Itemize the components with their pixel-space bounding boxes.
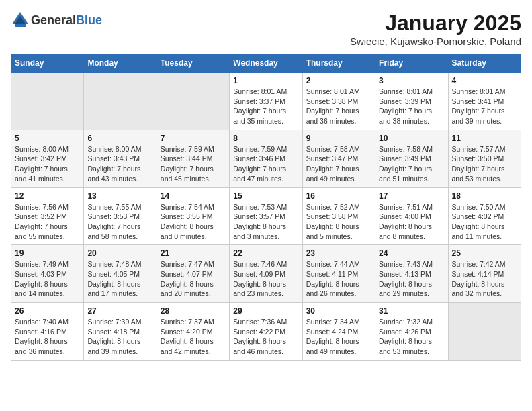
calendar-cell: 16 Sunrise: 7:52 AMSunset: 3:58 PMDaylig…: [302, 187, 375, 245]
day-number: 6: [87, 134, 152, 143]
day-number: 5: [15, 134, 80, 143]
day-info: Sunrise: 7:53 AMSunset: 3:57 PMDaylight:…: [233, 203, 287, 240]
calendar-cell: 27 Sunrise: 7:39 AMSunset: 4:18 PMDaylig…: [84, 303, 157, 361]
day-number: 11: [452, 134, 517, 143]
day-number: 31: [379, 306, 444, 316]
day-number: 15: [233, 191, 298, 201]
day-info: Sunrise: 8:00 AMSunset: 3:42 PMDaylight:…: [15, 145, 69, 183]
day-number: 14: [161, 191, 226, 201]
day-number: 1: [233, 76, 298, 85]
day-number: 19: [15, 248, 80, 258]
day-info: Sunrise: 8:00 AMSunset: 3:43 PMDaylight:…: [87, 145, 141, 183]
calendar-week-3: 12 Sunrise: 7:56 AMSunset: 3:52 PMDaylig…: [11, 187, 521, 245]
day-info: Sunrise: 7:47 AMSunset: 4:07 PMDaylight:…: [161, 260, 214, 298]
day-info: Sunrise: 7:37 AMSunset: 4:20 PMDaylight:…: [161, 318, 214, 355]
calendar-cell: 19 Sunrise: 7:49 AMSunset: 4:03 PMDaylig…: [11, 245, 84, 303]
calendar-week-5: 26 Sunrise: 7:40 AMSunset: 4:16 PMDaylig…: [11, 303, 521, 361]
calendar-week-1: 1 Sunrise: 8:01 AMSunset: 3:37 PMDayligh…: [11, 73, 521, 130]
day-info: Sunrise: 7:55 AMSunset: 3:53 PMDaylight:…: [87, 203, 141, 240]
logo: GeneralBlue: [11, 11, 102, 30]
day-number: 24: [379, 248, 444, 258]
day-number: 20: [87, 248, 152, 258]
day-info: Sunrise: 7:58 AMSunset: 3:49 PMDaylight:…: [379, 145, 433, 183]
day-info: Sunrise: 8:01 AMSunset: 3:37 PMDaylight:…: [233, 87, 287, 125]
day-info: Sunrise: 7:34 AMSunset: 4:24 PMDaylight:…: [306, 318, 360, 355]
day-info: Sunrise: 7:46 AMSunset: 4:09 PMDaylight:…: [233, 260, 287, 298]
day-number: 23: [306, 248, 371, 258]
calendar-cell: 20 Sunrise: 7:48 AMSunset: 4:05 PMDaylig…: [84, 245, 157, 303]
day-info: Sunrise: 7:42 AMSunset: 4:14 PMDaylight:…: [452, 260, 506, 298]
weekday-header-monday: Monday: [84, 54, 157, 73]
calendar-cell: [84, 73, 157, 130]
calendar-cell: 1 Sunrise: 8:01 AMSunset: 3:37 PMDayligh…: [230, 73, 302, 130]
calendar-cell: [448, 303, 521, 361]
calendar-cell: 28 Sunrise: 7:37 AMSunset: 4:20 PMDaylig…: [157, 303, 229, 361]
calendar-cell: 21 Sunrise: 7:47 AMSunset: 4:07 PMDaylig…: [157, 245, 229, 303]
general-blue-icon: [11, 11, 30, 30]
weekday-header-thursday: Thursday: [302, 54, 375, 73]
calendar-cell: 11 Sunrise: 7:57 AMSunset: 3:50 PMDaylig…: [448, 130, 521, 187]
day-info: Sunrise: 7:44 AMSunset: 4:11 PMDaylight:…: [306, 260, 360, 298]
calendar-cell: 4 Sunrise: 8:01 AMSunset: 3:41 PMDayligh…: [448, 73, 521, 130]
day-number: 16: [306, 191, 371, 201]
day-info: Sunrise: 7:52 AMSunset: 3:58 PMDaylight:…: [306, 203, 360, 240]
calendar-subtitle: Swiecie, Kujawsko-Pomorskie, Poland: [350, 36, 521, 47]
calendar-cell: 6 Sunrise: 8:00 AMSunset: 3:43 PMDayligh…: [84, 130, 157, 187]
day-number: 30: [306, 306, 371, 316]
day-number: 2: [306, 76, 371, 85]
weekday-header-wednesday: Wednesday: [230, 54, 302, 73]
day-number: 8: [233, 134, 298, 143]
title-block: January 2025 Swiecie, Kujawsko-Pomorskie…: [350, 11, 521, 47]
calendar-cell: 7 Sunrise: 7:59 AMSunset: 3:44 PMDayligh…: [157, 130, 229, 187]
calendar-cell: 31 Sunrise: 7:32 AMSunset: 4:26 PMDaylig…: [375, 303, 448, 361]
calendar-cell: [11, 73, 84, 130]
calendar-cell: 26 Sunrise: 7:40 AMSunset: 4:16 PMDaylig…: [11, 303, 84, 361]
page-header: GeneralBlue January 2025 Swiecie, Kujaws…: [11, 11, 521, 47]
weekday-header-friday: Friday: [375, 54, 448, 73]
day-number: 17: [379, 191, 444, 201]
day-number: 21: [161, 248, 226, 258]
calendar-title: January 2025: [350, 11, 521, 36]
day-info: Sunrise: 7:56 AMSunset: 3:52 PMDaylight:…: [15, 203, 69, 240]
day-number: 29: [233, 306, 298, 316]
calendar-cell: 10 Sunrise: 7:58 AMSunset: 3:49 PMDaylig…: [375, 130, 448, 187]
logo-text: GeneralBlue: [31, 13, 102, 28]
calendar-cell: 22 Sunrise: 7:46 AMSunset: 4:09 PMDaylig…: [230, 245, 302, 303]
calendar-cell: 9 Sunrise: 7:58 AMSunset: 3:47 PMDayligh…: [302, 130, 375, 187]
day-number: 4: [452, 76, 517, 85]
weekday-header-row: SundayMondayTuesdayWednesdayThursdayFrid…: [11, 54, 521, 73]
day-info: Sunrise: 7:59 AMSunset: 3:44 PMDaylight:…: [161, 145, 214, 183]
day-info: Sunrise: 7:59 AMSunset: 3:46 PMDaylight:…: [233, 145, 287, 183]
day-number: 28: [161, 306, 226, 316]
day-number: 10: [379, 134, 444, 143]
day-info: Sunrise: 8:01 AMSunset: 3:38 PMDaylight:…: [306, 87, 360, 125]
svg-rect-2: [15, 24, 26, 27]
weekday-header-sunday: Sunday: [11, 54, 84, 73]
calendar-cell: 17 Sunrise: 7:51 AMSunset: 4:00 PMDaylig…: [375, 187, 448, 245]
calendar-cell: 30 Sunrise: 7:34 AMSunset: 4:24 PMDaylig…: [302, 303, 375, 361]
calendar-week-4: 19 Sunrise: 7:49 AMSunset: 4:03 PMDaylig…: [11, 245, 521, 303]
day-info: Sunrise: 7:36 AMSunset: 4:22 PMDaylight:…: [233, 318, 287, 355]
calendar-body: 1 Sunrise: 8:01 AMSunset: 3:37 PMDayligh…: [11, 73, 521, 361]
weekday-header-tuesday: Tuesday: [157, 54, 229, 73]
day-number: 26: [15, 306, 80, 316]
calendar-table: SundayMondayTuesdayWednesdayThursdayFrid…: [11, 54, 521, 361]
calendar-header: SundayMondayTuesdayWednesdayThursdayFrid…: [11, 54, 521, 73]
calendar-cell: 23 Sunrise: 7:44 AMSunset: 4:11 PMDaylig…: [302, 245, 375, 303]
day-info: Sunrise: 7:50 AMSunset: 4:02 PMDaylight:…: [452, 203, 506, 240]
calendar-cell: 18 Sunrise: 7:50 AMSunset: 4:02 PMDaylig…: [448, 187, 521, 245]
day-number: 3: [379, 76, 444, 85]
calendar-cell: [157, 73, 229, 130]
day-info: Sunrise: 7:48 AMSunset: 4:05 PMDaylight:…: [87, 260, 141, 298]
day-number: 18: [452, 191, 517, 201]
day-number: 22: [233, 248, 298, 258]
day-info: Sunrise: 7:54 AMSunset: 3:55 PMDaylight:…: [161, 203, 214, 240]
day-info: Sunrise: 7:39 AMSunset: 4:18 PMDaylight:…: [87, 318, 141, 355]
day-info: Sunrise: 7:40 AMSunset: 4:16 PMDaylight:…: [15, 318, 69, 355]
day-info: Sunrise: 8:01 AMSunset: 3:39 PMDaylight:…: [379, 87, 433, 125]
day-number: 13: [87, 191, 152, 201]
calendar-cell: 5 Sunrise: 8:00 AMSunset: 3:42 PMDayligh…: [11, 130, 84, 187]
day-number: 12: [15, 191, 80, 201]
day-info: Sunrise: 7:51 AMSunset: 4:00 PMDaylight:…: [379, 203, 433, 240]
day-info: Sunrise: 7:43 AMSunset: 4:13 PMDaylight:…: [379, 260, 433, 298]
